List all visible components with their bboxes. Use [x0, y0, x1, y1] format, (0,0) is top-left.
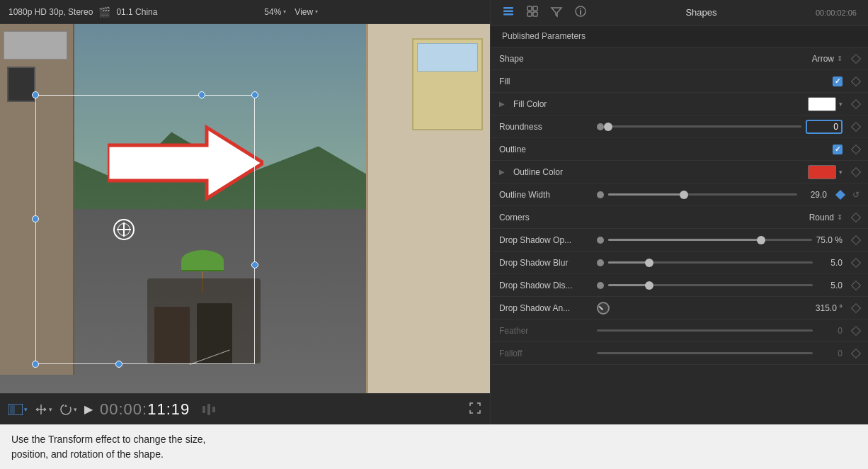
handle-bottom-center[interactable] — [115, 361, 122, 368]
drop-shadow-op-label: Drop Shadow Op... — [499, 235, 591, 245]
falloff-keyframe[interactable] — [851, 348, 861, 358]
fullscreen-button[interactable] — [469, 402, 481, 417]
outline-width-reset-button[interactable]: ↺ — [852, 190, 860, 200]
undo-redo-button[interactable]: ▾ — [59, 403, 77, 416]
outline-keyframe[interactable] — [851, 144, 861, 154]
svg-rect-8 — [533, 6, 537, 11]
tab-layers[interactable] — [502, 5, 515, 21]
drop-shadow-blur-control: 5.0 — [597, 258, 843, 268]
drop-shadow-dis-slider-track[interactable] — [608, 284, 813, 286]
handle-right-mid[interactable] — [251, 261, 258, 269]
drop-shadow-angle-keyframe[interactable] — [851, 303, 861, 312]
outline-checkbox[interactable] — [833, 145, 843, 154]
falloff-control: 0 — [597, 349, 843, 358]
bar-3 — [212, 407, 215, 412]
app-container: 1080p HD 30p, Stereo 🎬 01.1 China 54% ▾ … — [0, 0, 868, 469]
corners-control: Round ⇕ — [597, 213, 843, 222]
drop-shadow-dis-control: 5.0 — [597, 281, 843, 290]
fill-color-dropdown-icon: ▾ — [839, 101, 843, 108]
play-button[interactable]: ▶ — [84, 402, 93, 416]
outline-width-slider-track[interactable] — [608, 193, 797, 196]
corners-select[interactable]: Round ⇕ — [809, 213, 843, 222]
falloff-value: 0 — [817, 349, 843, 358]
handle-top-center[interactable] — [198, 91, 205, 98]
right-panel: Shapes 00:00:02:06 Published Parameters … — [490, 0, 868, 424]
center-rotation-handle[interactable] — [113, 219, 135, 240]
handle-left-mid[interactable] — [32, 215, 39, 222]
fill-color-expand-icon[interactable]: ▶ — [499, 100, 505, 108]
falloff-slider-track[interactable] — [597, 352, 813, 354]
drop-shadow-dis-handle[interactable] — [645, 281, 653, 290]
umbrella-canopy — [181, 250, 224, 271]
drop-shadow-op-slider-container — [597, 237, 812, 244]
caption-line2: position, and rotation of the shape. — [11, 447, 857, 462]
video-header-center: 54% ▾ View ▾ — [264, 7, 318, 17]
drop-shadow-op-value: 75.0 % — [816, 235, 843, 245]
timecode-prefix: 00:00: — [100, 400, 147, 418]
drop-shadow-op-keyframe[interactable] — [851, 234, 861, 244]
param-row-drop-shadow-angle: Drop Shadow An... 315.0 ° — [491, 297, 868, 320]
drop-shadow-angle-value: 315.0 ° — [816, 303, 843, 313]
param-row-drop-shadow-blur: Drop Shadow Blur 5.0 — [491, 252, 868, 274]
drop-shadow-blur-thumb-icon — [597, 259, 604, 266]
svg-rect-9 — [527, 12, 532, 16]
drop-shadow-op-fill — [608, 239, 761, 241]
handle-top-left[interactable] — [32, 91, 39, 98]
tab-filter[interactable] — [550, 5, 563, 21]
feather-control: 0 — [597, 326, 843, 336]
tab-media[interactable] — [526, 5, 539, 21]
layout-toggle-button[interactable]: ▾ — [8, 404, 28, 415]
outline-width-keyframe[interactable] — [835, 189, 845, 199]
roundness-slider-handle[interactable] — [604, 123, 612, 131]
roundness-keyframe[interactable] — [851, 121, 861, 131]
drop-shadow-blur-slider-track[interactable] — [608, 261, 813, 264]
handle-top-right[interactable] — [251, 91, 258, 98]
fill-keyframe[interactable] — [851, 76, 861, 86]
zoom-dropdown[interactable]: 54% ▾ — [264, 7, 286, 17]
param-row-drop-shadow-op: Drop Shadow Op... 75.0 % — [491, 229, 868, 252]
svg-rect-6 — [503, 13, 513, 16]
video-canvas — [0, 24, 490, 393]
fill-checkbox[interactable] — [833, 77, 843, 86]
view-dropdown[interactable]: View ▾ — [295, 7, 318, 17]
outline-color-expand-icon[interactable]: ▶ — [499, 168, 505, 176]
shape-keyframe[interactable] — [851, 53, 861, 63]
outline-width-slider-fill — [608, 193, 684, 196]
param-row-roundness: Roundness — [491, 115, 868, 138]
timecode-value: 11:19 — [147, 400, 190, 418]
drop-shadow-dis-slider-container — [597, 282, 813, 289]
svg-rect-7 — [527, 6, 532, 11]
left-window-1 — [7, 67, 35, 102]
outline-color-keyframe[interactable] — [851, 166, 861, 176]
corners-keyframe[interactable] — [851, 212, 861, 222]
timecode-display: 00:00:11:19 — [100, 400, 190, 419]
param-row-shape: Shape Arrow ⇕ — [491, 47, 868, 70]
fill-color-swatch[interactable] — [808, 97, 836, 111]
drop-shadow-dis-keyframe[interactable] — [851, 280, 861, 290]
drop-shadow-blur-keyframe[interactable] — [851, 257, 861, 267]
truck-body — [412, 38, 483, 130]
feather-slider-track[interactable] — [597, 329, 813, 332]
drop-shadow-angle-dial[interactable] — [597, 302, 610, 315]
published-params-header: Published Parameters — [491, 26, 868, 47]
param-row-feather: Feather 0 — [491, 320, 868, 342]
outline-color-swatch[interactable] — [808, 165, 836, 179]
tab-info[interactable] — [574, 5, 587, 21]
outline-width-label: Outline Width — [499, 190, 591, 200]
zoom-dropdown-arrow-icon: ▾ — [283, 9, 286, 15]
outline-width-slider-handle[interactable] — [680, 191, 688, 199]
roundness-slider-track[interactable] — [608, 125, 801, 128]
shape-select-arrows-icon: ⇕ — [837, 55, 843, 62]
handle-bottom-left[interactable] — [32, 361, 39, 368]
drop-shadow-op-slider-track[interactable] — [608, 239, 812, 241]
fill-control — [597, 77, 843, 86]
feather-keyframe[interactable] — [851, 325, 861, 335]
video-panel: 1080p HD 30p, Stereo 🎬 01.1 China 54% ▾ … — [0, 0, 490, 424]
shape-select[interactable]: Arrow ⇕ — [812, 54, 843, 64]
fill-color-keyframe[interactable] — [851, 98, 861, 108]
drop-shadow-op-handle[interactable] — [757, 236, 765, 244]
drop-shadow-blur-handle[interactable] — [645, 259, 653, 267]
transform-tool-button[interactable]: ▾ — [35, 403, 52, 416]
roundness-input[interactable] — [806, 120, 843, 134]
video-info-label: 1080p HD 30p, Stereo — [8, 7, 93, 17]
